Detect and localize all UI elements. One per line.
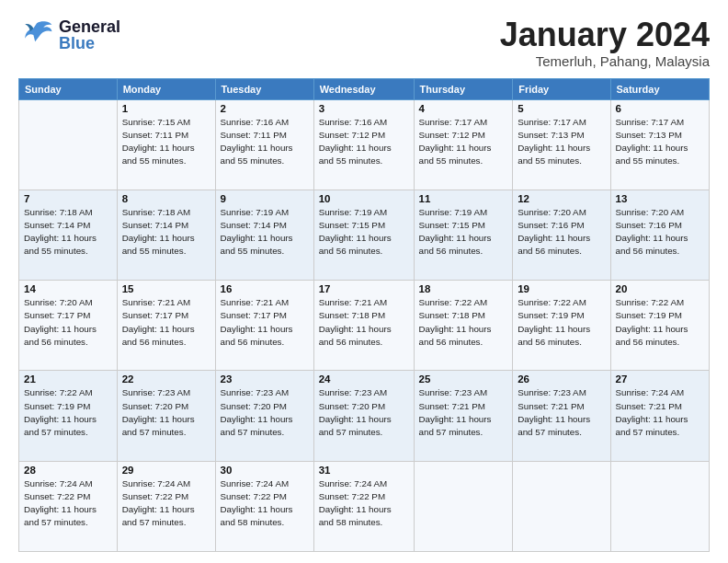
- sunset-text: Sunset: 7:15 PM: [419, 220, 485, 230]
- day-detail: Sunrise: 7:15 AM Sunset: 7:11 PM Dayligh…: [122, 116, 210, 168]
- table-row: 14 Sunrise: 7:20 AM Sunset: 7:17 PM Dayl…: [19, 281, 118, 371]
- day-detail: Sunrise: 7:23 AM Sunset: 7:20 PM Dayligh…: [122, 386, 210, 439]
- table-row: 23 Sunrise: 7:23 AM Sunset: 7:20 PM Dayl…: [215, 371, 313, 461]
- sunset-text: Sunset: 7:17 PM: [122, 310, 188, 320]
- month-year: January 2024: [500, 17, 710, 53]
- sunrise-text: Sunrise: 7:21 AM: [319, 297, 388, 307]
- day-number: 1: [122, 103, 210, 114]
- daylight-text: Daylight: 11 hours and 57 minutes.: [24, 414, 97, 437]
- daylight-text: Daylight: 11 hours and 56 minutes.: [419, 233, 492, 256]
- day-detail: Sunrise: 7:24 AM Sunset: 7:22 PM Dayligh…: [221, 477, 309, 530]
- col-friday: Friday: [513, 78, 610, 99]
- sunset-text: Sunset: 7:18 PM: [319, 310, 385, 320]
- sunrise-text: Sunrise: 7:18 AM: [24, 207, 93, 217]
- table-row: 26 Sunrise: 7:23 AM Sunset: 7:21 PM Dayl…: [513, 371, 610, 461]
- sunset-text: Sunset: 7:11 PM: [221, 130, 287, 140]
- sunrise-text: Sunrise: 7:20 AM: [518, 207, 586, 217]
- daylight-text: Daylight: 11 hours and 55 minutes.: [419, 143, 492, 166]
- sunset-text: Sunset: 7:21 PM: [419, 401, 485, 411]
- daylight-text: Daylight: 11 hours and 57 minutes.: [122, 504, 195, 527]
- sunset-text: Sunset: 7:15 PM: [319, 220, 385, 230]
- logo-general-text: General: [59, 18, 120, 35]
- day-number: 22: [122, 373, 210, 385]
- daylight-text: Daylight: 11 hours and 55 minutes.: [221, 143, 293, 166]
- day-number: 8: [122, 193, 210, 204]
- sunset-text: Sunset: 7:11 PM: [122, 130, 188, 140]
- daylight-text: Daylight: 11 hours and 58 minutes.: [221, 504, 293, 527]
- sunrise-text: Sunrise: 7:19 AM: [419, 207, 488, 217]
- day-number: 21: [24, 373, 112, 385]
- sunset-text: Sunset: 7:19 PM: [616, 310, 682, 320]
- calendar-week-row: 21 Sunrise: 7:22 AM Sunset: 7:19 PM Dayl…: [19, 371, 710, 461]
- calendar-week-row: 28 Sunrise: 7:24 AM Sunset: 7:22 PM Dayl…: [19, 461, 710, 551]
- sunrise-text: Sunrise: 7:19 AM: [221, 207, 290, 217]
- sunset-text: Sunset: 7:14 PM: [122, 220, 188, 230]
- table-row: 29 Sunrise: 7:24 AM Sunset: 7:22 PM Dayl…: [117, 461, 215, 551]
- day-number: 25: [419, 373, 508, 385]
- col-wednesday: Wednesday: [313, 78, 414, 99]
- sunrise-text: Sunrise: 7:22 AM: [616, 297, 685, 307]
- table-row: 5 Sunrise: 7:17 AM Sunset: 7:13 PM Dayli…: [513, 99, 610, 190]
- table-row: 10 Sunrise: 7:19 AM Sunset: 7:15 PM Dayl…: [313, 190, 414, 280]
- day-detail: Sunrise: 7:23 AM Sunset: 7:21 PM Dayligh…: [518, 386, 605, 439]
- table-row: 28 Sunrise: 7:24 AM Sunset: 7:22 PM Dayl…: [19, 461, 118, 551]
- day-detail: Sunrise: 7:20 AM Sunset: 7:16 PM Dayligh…: [616, 206, 705, 259]
- table-row: 4 Sunrise: 7:17 AM Sunset: 7:12 PM Dayli…: [414, 99, 513, 190]
- calendar-table: Sunday Monday Tuesday Wednesday Thursday…: [18, 78, 710, 552]
- day-detail: Sunrise: 7:16 AM Sunset: 7:11 PM Dayligh…: [221, 116, 309, 168]
- daylight-text: Daylight: 11 hours and 57 minutes.: [221, 414, 293, 437]
- page: General Blue January 2024 Temerluh, Paha…: [0, 0, 728, 563]
- day-number: 17: [319, 283, 409, 294]
- daylight-text: Daylight: 11 hours and 57 minutes.: [518, 414, 590, 437]
- day-detail: Sunrise: 7:22 AM Sunset: 7:19 PM Dayligh…: [24, 386, 112, 439]
- day-number: 19: [518, 283, 605, 294]
- col-thursday: Thursday: [414, 78, 513, 99]
- day-number: 14: [24, 283, 112, 294]
- table-row: 3 Sunrise: 7:16 AM Sunset: 7:12 PM Dayli…: [313, 99, 414, 190]
- day-detail: Sunrise: 7:21 AM Sunset: 7:17 PM Dayligh…: [122, 296, 210, 349]
- title-block: January 2024 Temerluh, Pahang, Malaysia: [500, 17, 710, 69]
- sunset-text: Sunset: 7:14 PM: [24, 220, 90, 230]
- table-row: [513, 461, 610, 551]
- table-row: 20 Sunrise: 7:22 AM Sunset: 7:19 PM Dayl…: [610, 281, 710, 371]
- table-row: 12 Sunrise: 7:20 AM Sunset: 7:16 PM Dayl…: [513, 190, 610, 280]
- daylight-text: Daylight: 11 hours and 56 minutes.: [122, 324, 195, 347]
- col-tuesday: Tuesday: [215, 78, 313, 99]
- day-detail: Sunrise: 7:22 AM Sunset: 7:19 PM Dayligh…: [616, 296, 705, 349]
- sunset-text: Sunset: 7:16 PM: [518, 220, 584, 230]
- sunset-text: Sunset: 7:13 PM: [518, 130, 584, 140]
- sunrise-text: Sunrise: 7:24 AM: [122, 478, 191, 488]
- calendar-week-row: 14 Sunrise: 7:20 AM Sunset: 7:17 PM Dayl…: [19, 281, 710, 371]
- day-detail: Sunrise: 7:24 AM Sunset: 7:22 PM Dayligh…: [122, 477, 210, 530]
- sunrise-text: Sunrise: 7:23 AM: [419, 387, 488, 397]
- sunrise-text: Sunrise: 7:20 AM: [616, 207, 685, 217]
- sunset-text: Sunset: 7:22 PM: [319, 491, 385, 501]
- day-detail: Sunrise: 7:22 AM Sunset: 7:19 PM Dayligh…: [518, 296, 605, 349]
- sunrise-text: Sunrise: 7:15 AM: [122, 117, 191, 127]
- day-detail: Sunrise: 7:23 AM Sunset: 7:20 PM Dayligh…: [319, 386, 409, 439]
- logo-blue-text: Blue: [59, 35, 120, 52]
- day-number: 13: [616, 193, 705, 204]
- day-detail: Sunrise: 7:24 AM Sunset: 7:22 PM Dayligh…: [24, 477, 112, 530]
- logo-name: General Blue: [59, 18, 120, 52]
- sunrise-text: Sunrise: 7:21 AM: [221, 297, 290, 307]
- table-row: [19, 99, 118, 190]
- sunrise-text: Sunrise: 7:23 AM: [122, 387, 191, 397]
- sunrise-text: Sunrise: 7:20 AM: [24, 297, 93, 307]
- daylight-text: Daylight: 11 hours and 57 minutes.: [122, 414, 195, 437]
- sunset-text: Sunset: 7:12 PM: [419, 130, 485, 140]
- sunset-text: Sunset: 7:21 PM: [518, 401, 584, 411]
- sunset-text: Sunset: 7:22 PM: [24, 491, 90, 501]
- sunrise-text: Sunrise: 7:22 AM: [24, 387, 93, 397]
- day-number: 18: [419, 283, 508, 294]
- day-detail: Sunrise: 7:21 AM Sunset: 7:18 PM Dayligh…: [319, 296, 409, 349]
- day-number: 3: [319, 103, 409, 114]
- table-row: 21 Sunrise: 7:22 AM Sunset: 7:19 PM Dayl…: [19, 371, 118, 461]
- day-number: 9: [221, 193, 309, 204]
- day-number: 16: [221, 283, 309, 294]
- table-row: 31 Sunrise: 7:24 AM Sunset: 7:22 PM Dayl…: [313, 461, 414, 551]
- calendar-week-row: 7 Sunrise: 7:18 AM Sunset: 7:14 PM Dayli…: [19, 190, 710, 280]
- sunset-text: Sunset: 7:14 PM: [221, 220, 287, 230]
- day-number: 5: [518, 103, 605, 114]
- day-number: 29: [122, 465, 210, 476]
